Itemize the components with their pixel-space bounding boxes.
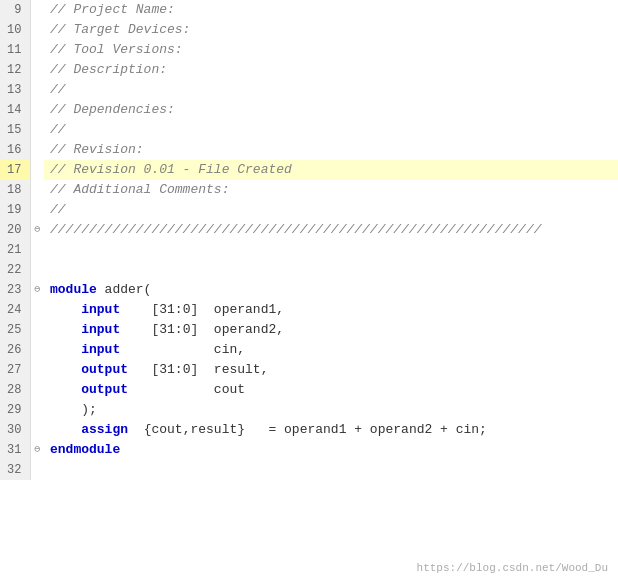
fold-indicator <box>30 200 44 220</box>
fold-indicator <box>30 100 44 120</box>
line-number: 22 <box>0 260 30 280</box>
line-number: 11 <box>0 40 30 60</box>
fold-indicator <box>30 420 44 440</box>
fold-indicator <box>30 460 44 480</box>
fold-indicator <box>30 320 44 340</box>
code-line-11: 11// Tool Versions: <box>0 40 618 60</box>
line-number: 31 <box>0 440 30 460</box>
fold-indicator <box>30 40 44 60</box>
fold-indicator <box>30 380 44 400</box>
fold-indicator <box>30 140 44 160</box>
fold-indicator <box>30 340 44 360</box>
line-number: 9 <box>0 0 30 20</box>
code-line-14: 14// Dependencies: <box>0 100 618 120</box>
code-line-30: 30 assign {cout,result} = operand1 + ope… <box>0 420 618 440</box>
code-editor: 9// Project Name:10// Target Devices:11/… <box>0 0 618 580</box>
line-number: 29 <box>0 400 30 420</box>
code-line-9: 9// Project Name: <box>0 0 618 20</box>
fold-indicator <box>30 80 44 100</box>
fold-indicator <box>30 240 44 260</box>
code-line-18: 18// Additional Comments: <box>0 180 618 200</box>
code-text: module adder( <box>44 280 618 300</box>
fold-indicator <box>30 360 44 380</box>
code-line-24: 24 input [31:0] operand1, <box>0 300 618 320</box>
line-number: 16 <box>0 140 30 160</box>
code-text <box>44 460 618 480</box>
code-text: assign {cout,result} = operand1 + operan… <box>44 420 618 440</box>
code-line-26: 26 input cin, <box>0 340 618 360</box>
code-text: // Target Devices: <box>44 20 618 40</box>
code-text: output cout <box>44 380 618 400</box>
code-line-29: 29 ); <box>0 400 618 420</box>
code-line-19: 19// <box>0 200 618 220</box>
code-line-20: 20⊖/////////////////////////////////////… <box>0 220 618 240</box>
line-number: 10 <box>0 20 30 40</box>
code-text: input [31:0] operand1, <box>44 300 618 320</box>
line-number: 14 <box>0 100 30 120</box>
fold-indicator <box>30 20 44 40</box>
line-number: 19 <box>0 200 30 220</box>
fold-indicator <box>30 60 44 80</box>
code-text: // Tool Versions: <box>44 40 618 60</box>
fold-indicator <box>30 400 44 420</box>
watermark: https://blog.csdn.net/Wood_Du <box>417 562 608 574</box>
code-line-12: 12// Description: <box>0 60 618 80</box>
code-line-10: 10// Target Devices: <box>0 20 618 40</box>
line-number: 18 <box>0 180 30 200</box>
fold-indicator[interactable]: ⊖ <box>30 440 44 460</box>
fold-indicator <box>30 180 44 200</box>
fold-indicator[interactable]: ⊖ <box>30 280 44 300</box>
code-line-25: 25 input [31:0] operand2, <box>0 320 618 340</box>
code-text: output [31:0] result, <box>44 360 618 380</box>
code-text: // Additional Comments: <box>44 180 618 200</box>
line-number: 15 <box>0 120 30 140</box>
line-number: 24 <box>0 300 30 320</box>
code-line-13: 13// <box>0 80 618 100</box>
code-line-15: 15// <box>0 120 618 140</box>
line-number: 21 <box>0 240 30 260</box>
line-number: 25 <box>0 320 30 340</box>
line-number: 17 <box>0 160 30 180</box>
code-text: input cin, <box>44 340 618 360</box>
code-text: // Revision 0.01 - File Created <box>44 160 618 180</box>
code-line-27: 27 output [31:0] result, <box>0 360 618 380</box>
fold-indicator <box>30 260 44 280</box>
code-text: endmodule <box>44 440 618 460</box>
line-number: 23 <box>0 280 30 300</box>
code-line-32: 32 <box>0 460 618 480</box>
line-number: 27 <box>0 360 30 380</box>
code-text: // Revision: <box>44 140 618 160</box>
code-table: 9// Project Name:10// Target Devices:11/… <box>0 0 618 480</box>
fold-indicator <box>30 160 44 180</box>
code-line-31: 31⊖endmodule <box>0 440 618 460</box>
code-text: ); <box>44 400 618 420</box>
code-text: ////////////////////////////////////////… <box>44 220 618 240</box>
code-line-17: 17// Revision 0.01 - File Created <box>0 160 618 180</box>
code-text: // Dependencies: <box>44 100 618 120</box>
code-line-28: 28 output cout <box>0 380 618 400</box>
code-line-22: 22 <box>0 260 618 280</box>
code-text: // Project Name: <box>44 0 618 20</box>
line-number: 26 <box>0 340 30 360</box>
code-text: // <box>44 120 618 140</box>
line-number: 30 <box>0 420 30 440</box>
line-number: 13 <box>0 80 30 100</box>
code-text: // Description: <box>44 60 618 80</box>
code-text: // <box>44 200 618 220</box>
fold-indicator <box>30 120 44 140</box>
line-number: 20 <box>0 220 30 240</box>
line-number: 32 <box>0 460 30 480</box>
fold-indicator <box>30 300 44 320</box>
code-line-16: 16// Revision: <box>0 140 618 160</box>
code-line-21: 21 <box>0 240 618 260</box>
code-line-23: 23⊖module adder( <box>0 280 618 300</box>
code-text <box>44 240 618 260</box>
line-number: 12 <box>0 60 30 80</box>
fold-indicator <box>30 0 44 20</box>
code-text <box>44 260 618 280</box>
fold-indicator[interactable]: ⊖ <box>30 220 44 240</box>
code-text: // <box>44 80 618 100</box>
code-text: input [31:0] operand2, <box>44 320 618 340</box>
line-number: 28 <box>0 380 30 400</box>
